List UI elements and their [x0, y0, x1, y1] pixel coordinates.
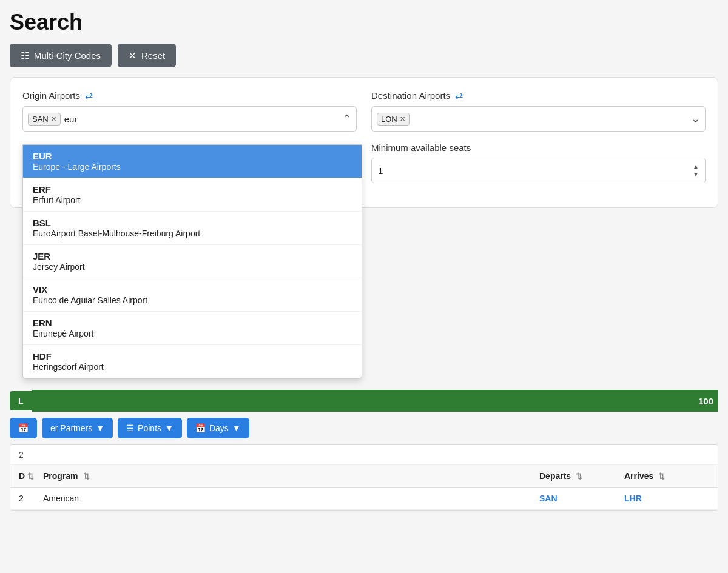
sort-arrives-icon: ⇅ — [658, 472, 665, 481]
progress-row: L 100 — [10, 390, 718, 412]
sort-date-icon — [27, 472, 34, 481]
sort-departs-icon: ⇅ — [576, 472, 582, 481]
dropdown-item-EUR[interactable]: EUR Europe - Large Airports — [23, 145, 362, 178]
progress-value: 100 — [698, 396, 713, 406]
airport-dropdown: EUR Europe - Large Airports ERF Erfurt A… — [22, 144, 362, 379]
dropdown-item-code-EUR: EUR — [33, 151, 352, 161]
multi-city-label: Multi-City Codes — [34, 50, 101, 61]
chevron-down-icon[interactable]: ⌄ — [691, 112, 700, 126]
partners-filter-button[interactable]: er Partners ▼ — [42, 418, 113, 438]
destination-field-group: Destination Airports ⇄ LON ✕ ⌄ Minimum a… — [371, 90, 706, 183]
destination-tag-close[interactable]: ✕ — [400, 115, 405, 123]
seats-stepper[interactable]: ▲ ▼ — [693, 163, 699, 178]
destination-input-wrapper: LON ✕ ⌄ — [371, 106, 706, 132]
seats-group: Minimum available seats ▲ ▼ — [371, 142, 706, 183]
dropdown-item-ERF[interactable]: ERF Erfurt Airport — [23, 178, 362, 212]
reset-button[interactable]: ✕ Reset — [118, 44, 176, 67]
destination-tag: LON ✕ — [377, 113, 410, 126]
points-icon: ☰ — [126, 423, 134, 433]
origin-search-input[interactable] — [64, 114, 342, 124]
dropdown-item-JER[interactable]: JER Jersey Airport — [23, 245, 362, 278]
dropdown-item-name-JER: Jersey Airport — [33, 262, 352, 272]
swap-icon-origin[interactable]: ⇄ — [85, 90, 93, 101]
origin-tag-close[interactable]: ✕ — [51, 115, 56, 123]
multi-city-button[interactable]: ☷ Multi-City Codes — [10, 44, 112, 67]
progress-label-button[interactable]: L — [10, 391, 32, 410]
origin-tag: SAN ✕ — [28, 113, 61, 126]
reset-label: Reset — [141, 50, 165, 61]
dropdown-item-BSL[interactable]: BSL EuroAirport Basel-Mulhouse-Freiburg … — [23, 212, 362, 245]
dropdown-item-VIX[interactable]: VIX Eurico de Aguiar Salles Airport — [23, 278, 362, 312]
dropdown-item-code-ERN: ERN — [33, 318, 352, 328]
partners-chevron-icon: ▼ — [96, 423, 104, 433]
page-title: Search — [10, 10, 718, 35]
origin-input-wrapper: SAN ✕ ⌃ — [22, 106, 357, 132]
table-row: 2 American SAN LHR — [10, 488, 718, 510]
dropdown-item-HDF[interactable]: HDF Heringsdorf Airport — [23, 345, 362, 378]
seats-label: Minimum available seats — [371, 142, 706, 153]
points-chevron-icon: ▼ — [165, 423, 174, 433]
sort-program-icon: ⇅ — [83, 472, 90, 481]
dropdown-item-name-HDF: Heringsdorf Airport — [33, 362, 352, 372]
dropdown-item-ERN[interactable]: ERN Eirunepé Airport — [23, 312, 362, 345]
seats-input[interactable] — [378, 166, 693, 176]
dropdown-item-code-JER: JER — [33, 251, 352, 261]
points-label: Points — [138, 423, 161, 433]
table-header: D Program ⇅ Departs ⇅ Arrives ⇅ — [10, 465, 718, 488]
destination-label: Destination Airports ⇄ — [371, 90, 706, 101]
days-chevron-icon: ▼ — [232, 423, 241, 433]
col-header-departs[interactable]: Departs ⇅ — [539, 471, 624, 481]
dropdown-item-code-BSL: BSL — [33, 218, 352, 228]
col-header-program[interactable]: Program ⇅ — [43, 471, 539, 481]
dropdown-item-name-ERF: Erfurt Airport — [33, 195, 352, 205]
stepper-down[interactable]: ▼ — [693, 171, 699, 178]
controls-section: L 100 📅 er Partners ▼ ☰ Points ▼ 📅 Days … — [10, 390, 718, 511]
results-table: 2 D Program ⇅ Departs ⇅ Arrives ⇅ 2 — [10, 444, 718, 511]
days-filter-button[interactable]: 📅 Days ▼ — [187, 418, 249, 438]
departs-link[interactable]: SAN — [539, 494, 558, 503]
progress-bar: 100 — [32, 390, 718, 412]
col-header-date[interactable]: D — [19, 471, 43, 481]
partners-label: er Partners — [50, 423, 92, 433]
dropdown-item-code-ERF: ERF — [33, 184, 352, 195]
grid-icon: ☷ — [21, 50, 29, 61]
chevron-up-icon[interactable]: ⌃ — [342, 112, 351, 126]
cell-program: American — [43, 494, 539, 503]
cell-arrives[interactable]: LHR — [624, 494, 709, 503]
seats-input-wrapper: ▲ ▼ — [371, 158, 706, 183]
points-filter-button[interactable]: ☰ Points ▼ — [118, 418, 182, 438]
calendar-icon-btn[interactable]: 📅 — [10, 418, 37, 438]
days-icon: 📅 — [195, 423, 206, 433]
dropdown-item-name-EUR: Europe - Large Airports — [33, 162, 352, 172]
search-panel: Origin Airports ⇄ SAN ✕ ⌃ Destination Ai… — [10, 77, 718, 208]
dropdown-item-code-HDF: HDF — [33, 351, 352, 361]
dropdown-item-name-BSL: EuroAirport Basel-Mulhouse-Freiburg Airp… — [33, 229, 352, 238]
dropdown-item-name-ERN: Eirunepé Airport — [33, 329, 352, 338]
calendar-icon: 📅 — [18, 423, 29, 433]
cell-date: 2 — [19, 494, 43, 503]
filter-row: 📅 er Partners ▼ ☰ Points ▼ 📅 Days ▼ — [10, 418, 718, 438]
cell-departs[interactable]: SAN — [539, 494, 624, 503]
days-label: Days — [209, 423, 229, 433]
swap-icon-destination[interactable]: ⇄ — [455, 90, 463, 101]
col-header-arrives[interactable]: Arrives ⇅ — [624, 471, 709, 481]
origin-label: Origin Airports ⇄ — [22, 90, 357, 101]
results-count: 2 — [10, 445, 718, 465]
toolbar: ☷ Multi-City Codes ✕ Reset — [10, 44, 718, 67]
stepper-up[interactable]: ▲ — [693, 163, 699, 170]
dropdown-item-code-VIX: VIX — [33, 284, 352, 295]
arrives-link[interactable]: LHR — [624, 494, 642, 503]
dropdown-item-name-VIX: Eurico de Aguiar Salles Airport — [33, 295, 352, 305]
x-icon: ✕ — [129, 50, 136, 61]
